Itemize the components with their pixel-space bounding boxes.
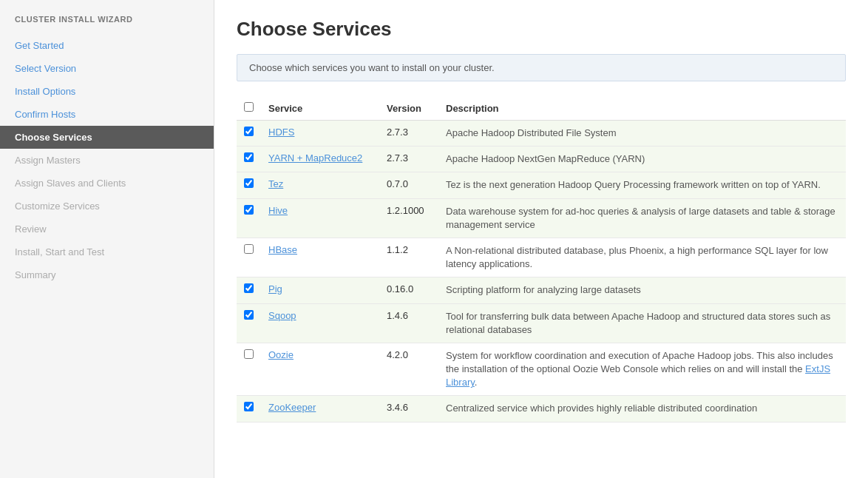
sidebar: CLUSTER INSTALL WIZARD Get StartedSelect…: [0, 0, 214, 478]
service-name-link[interactable]: Sqoop: [268, 310, 296, 321]
service-name-link[interactable]: Oozie: [268, 349, 294, 360]
service-name-cell: HBase: [261, 238, 379, 277]
sidebar-item-assign-masters: Assign Masters: [0, 149, 214, 172]
service-checkbox-cell: [237, 198, 261, 238]
service-checkbox-hdfs[interactable]: [244, 127, 254, 136]
table-row: YARN + MapReduce22.7.3Apache Hadoop Next…: [237, 147, 846, 172]
service-checkbox-cell: [237, 277, 261, 303]
sidebar-item-get-started[interactable]: Get Started: [0, 34, 214, 57]
services-table: Service Version Description HDFS2.7.3Apa…: [237, 96, 846, 423]
sidebar-item-review: Review: [0, 218, 214, 240]
service-description-cell: Scripting platform for analyzing large d…: [438, 277, 846, 303]
service-checkbox-yarn-+-mapreduce2[interactable]: [244, 152, 254, 162]
service-checkbox-sqoop[interactable]: [244, 310, 254, 320]
service-description-text: Apache Hadoop NextGen MapReduce (YARN): [446, 153, 645, 164]
sidebar-item-summary: Summary: [0, 263, 214, 286]
main-content: Choose Services Choose which services yo…: [214, 0, 868, 478]
sidebar-item-install,-start-and-test: Install, Start and Test: [0, 240, 214, 263]
service-description-cell: Data warehouse system for ad-hoc queries…: [438, 198, 846, 238]
sidebar-item-customize-services: Customize Services: [0, 195, 214, 218]
col-header-check: [237, 96, 261, 121]
service-checkbox-zookeeper[interactable]: [244, 402, 254, 411]
table-row: Hive1.2.1000Data warehouse system for ad…: [237, 198, 846, 238]
table-row: Pig0.16.0Scripting platform for analyzin…: [237, 277, 846, 303]
service-checkbox-cell: [237, 172, 261, 198]
service-checkbox-hbase[interactable]: [244, 244, 254, 254]
service-name-cell: Pig: [261, 277, 379, 303]
service-name-link[interactable]: HBase: [268, 244, 297, 255]
service-name-link[interactable]: Hive: [268, 205, 288, 216]
service-description-text: Scripting platform for analyzing large d…: [446, 284, 641, 295]
service-name-link[interactable]: HDFS: [268, 127, 294, 138]
info-banner: Choose which services you want to instal…: [237, 54, 846, 81]
service-checkbox-pig[interactable]: [244, 283, 254, 293]
service-description-text: Tez is the next generation Hadoop Query …: [446, 179, 821, 190]
service-version-cell: 2.7.3: [379, 147, 438, 172]
service-name-cell: HDFS: [261, 121, 379, 147]
service-checkbox-cell: [237, 238, 261, 277]
table-row: Tez0.7.0Tez is the next generation Hadoo…: [237, 172, 846, 198]
service-name-cell: Tez: [261, 172, 379, 198]
service-description-cell: System for workflow coordination and exe…: [438, 343, 846, 396]
service-name-link[interactable]: Pig: [268, 283, 282, 294]
service-version-cell: 1.1.2: [379, 238, 438, 277]
service-description-text: Tool for transferring bulk data between …: [446, 311, 830, 335]
service-description-cell: A Non-relational distributed database, p…: [438, 238, 846, 277]
service-name-cell: Hive: [261, 198, 379, 238]
service-name-cell: Oozie: [261, 343, 379, 396]
select-all-checkbox[interactable]: [244, 102, 254, 112]
service-name-link[interactable]: Tez: [268, 178, 283, 189]
service-checkbox-cell: [237, 396, 261, 422]
service-description-cell: Tez is the next generation Hadoop Query …: [438, 172, 846, 198]
service-checkbox-cell: [237, 147, 261, 172]
col-header-version: Version: [379, 96, 438, 121]
service-checkbox-oozie[interactable]: [244, 349, 254, 359]
service-version-cell: 1.2.1000: [379, 198, 438, 238]
service-version-cell: 2.7.3: [379, 121, 438, 147]
service-description-cell: Tool for transferring bulk data between …: [438, 303, 846, 343]
table-row: HDFS2.7.3Apache Hadoop Distributed File …: [237, 121, 846, 147]
sidebar-item-select-version[interactable]: Select Version: [0, 57, 214, 80]
service-checkbox-tez[interactable]: [244, 178, 254, 188]
service-name-cell: YARN + MapReduce2: [261, 147, 379, 172]
sidebar-title: CLUSTER INSTALL WIZARD: [0, 15, 214, 34]
service-name-cell: ZooKeeper: [261, 396, 379, 422]
sidebar-item-choose-services[interactable]: Choose Services: [0, 126, 214, 149]
table-row: Oozie4.2.0System for workflow coordinati…: [237, 343, 846, 396]
service-version-cell: 0.16.0: [379, 277, 438, 303]
service-version-cell: 1.4.6: [379, 303, 438, 343]
service-description-cell: Apache Hadoop Distributed File System: [438, 121, 846, 147]
service-checkbox-cell: [237, 121, 261, 147]
table-row: Sqoop1.4.6Tool for transferring bulk dat…: [237, 303, 846, 343]
service-checkbox-cell: [237, 343, 261, 396]
service-name-cell: Sqoop: [261, 303, 379, 343]
col-header-description: Description: [438, 96, 846, 121]
table-row: HBase1.1.2A Non-relational distributed d…: [237, 238, 846, 277]
table-row: ZooKeeper3.4.6Centralized service which …: [237, 396, 846, 422]
service-checkbox-hive[interactable]: [244, 205, 254, 215]
service-version-cell: 4.2.0: [379, 343, 438, 396]
col-header-service: Service: [261, 96, 379, 121]
service-description-cell: Centralized service which provides highl…: [438, 396, 846, 422]
service-checkbox-cell: [237, 303, 261, 343]
sidebar-item-install-options[interactable]: Install Options: [0, 80, 214, 103]
service-description-text: Data warehouse system for ad-hoc queries…: [446, 206, 835, 230]
service-name-link[interactable]: ZooKeeper: [268, 402, 316, 413]
page-title: Choose Services: [237, 18, 846, 41]
service-description-text: Centralized service which provides highl…: [446, 403, 757, 414]
service-description-text: A Non-relational distributed database, p…: [446, 245, 828, 269]
sidebar-item-confirm-hosts[interactable]: Confirm Hosts: [0, 103, 214, 126]
service-description-cell: Apache Hadoop NextGen MapReduce (YARN): [438, 147, 846, 172]
service-description-text: Apache Hadoop Distributed File System: [446, 127, 617, 138]
sidebar-item-assign-slaves-and-clients: Assign Slaves and Clients: [0, 172, 214, 195]
service-version-cell: 0.7.0: [379, 172, 438, 198]
service-version-cell: 3.4.6: [379, 396, 438, 422]
service-name-link[interactable]: YARN + MapReduce2: [268, 152, 362, 164]
